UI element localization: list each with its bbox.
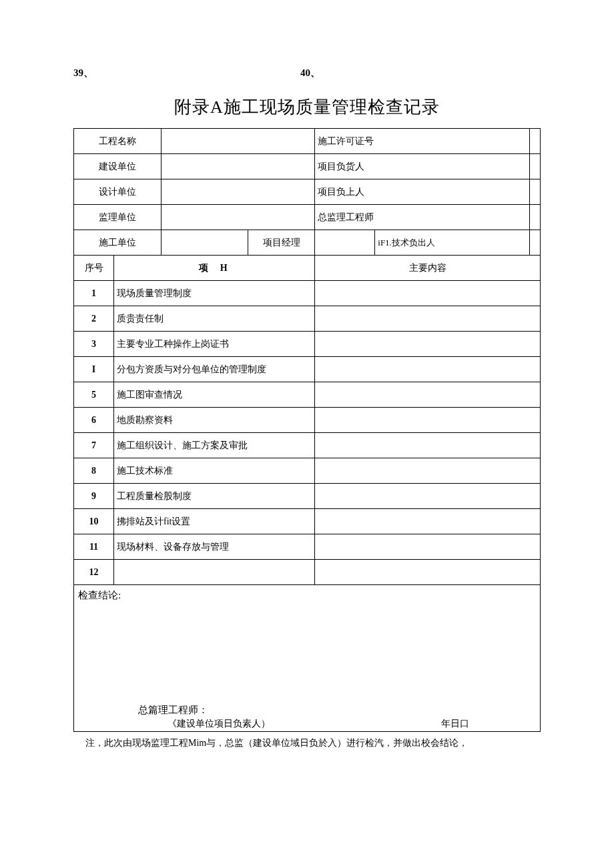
row-item: 拂排站及计fit设置 — [114, 509, 315, 534]
label-construct-unit: 施工单位 — [74, 230, 162, 256]
row-seq: 12 — [74, 560, 114, 585]
label-project-lead: 项目负上人 — [315, 179, 530, 205]
value-tech-lead — [529, 230, 540, 256]
footnote: 注，此次由现场监理工程Mim与，总监（建设单位域日负於入）进行检汽，并做出校会结… — [73, 737, 541, 749]
value-build-unit — [162, 154, 315, 179]
col-content: 主要内容 — [315, 256, 541, 281]
label-tech-lead: iF1.技术负出人 — [375, 230, 530, 256]
row-seq: 6 — [74, 408, 114, 433]
row-content — [315, 306, 541, 332]
label-supervise-unit: 监理单位 — [74, 205, 162, 230]
header-row-1: 工程名称 施工许可证号 — [74, 129, 541, 154]
top-page-numbers: 39、 40、 — [73, 67, 541, 79]
row-content — [315, 458, 541, 484]
row-content — [315, 509, 541, 534]
table-row: 3 主要专业工种操作上岗证书 — [74, 332, 541, 357]
conclusion-row: 检查结论: 总篇理工程师： 《建设单位项日负素人） 年日口 — [74, 585, 541, 732]
table-row: 9 工程质量检股制度 — [74, 484, 541, 509]
header-row-5: 施工单位 项目经理 iF1.技术负出人 — [74, 230, 541, 256]
table-row: I 分包方资质与对分包单位的管理制度 — [74, 357, 541, 382]
label-project-name: 工程名称 — [74, 129, 162, 154]
label-project-owner: 项目负货人 — [315, 154, 530, 179]
row-seq: 1 — [74, 281, 114, 306]
row-seq: 3 — [74, 332, 114, 357]
header-row-2: 建设单位 项目负货人 — [74, 154, 541, 179]
row-content — [315, 534, 541, 560]
row-content — [315, 382, 541, 408]
row-item: 主要专业工种操作上岗证书 — [114, 332, 315, 357]
row-item: 地质勘察资料 — [114, 408, 315, 433]
value-design-unit — [162, 179, 315, 205]
row-content — [315, 484, 541, 509]
row-item: 施工技术标准 — [114, 458, 315, 484]
document-title: 附录A施工现场质量管理检查记录 — [73, 95, 541, 119]
row-content — [315, 408, 541, 433]
label-permit-no: 施工许可证号 — [315, 129, 530, 154]
footnote-text: 注，此次由现场监理工程Mim与，总监（建设单位域日负於入）进行检汽，并做出校会结… — [85, 738, 468, 748]
table-row: 6 地质勘察资料 — [74, 408, 541, 433]
page-num-left: 39、 — [73, 67, 300, 79]
value-chief-engineer — [529, 205, 540, 230]
row-seq: 8 — [74, 458, 114, 484]
conclusion-label: 检查结论: — [78, 589, 536, 602]
column-header-row: 序号 项H 主要内容 — [74, 256, 541, 281]
row-seq: I — [74, 357, 114, 382]
table-row: 12 — [74, 560, 541, 585]
row-seq: 9 — [74, 484, 114, 509]
page-num-right: 40、 — [300, 67, 320, 79]
conclusion-date-line: 年日口 — [441, 718, 469, 730]
row-seq: 5 — [74, 382, 114, 408]
row-item: 施工图审查情况 — [114, 382, 315, 408]
value-supervise-unit — [162, 205, 315, 230]
inspection-table: 工程名称 施工许可证号 建设单位 项目负货人 设计单位 项目负上人 监理单位 总… — [73, 128, 541, 732]
row-seq: 10 — [74, 509, 114, 534]
row-content — [315, 281, 541, 306]
table-row: 1 现场质量管理制度 — [74, 281, 541, 306]
header-row-4: 监理单位 总监理工程师 — [74, 205, 541, 230]
col-item: 项H — [114, 256, 315, 281]
row-content — [315, 433, 541, 458]
value-project-lead — [529, 179, 540, 205]
value-construct-unit — [162, 230, 248, 256]
table-row: 10 拂排站及计fit设置 — [74, 509, 541, 534]
table-row: 11 现场材料、设备存放与管理 — [74, 534, 541, 560]
table-row: 8 施工技术标准 — [74, 458, 541, 484]
conclusion-sign-line: 总篇理工程师： — [138, 704, 208, 717]
label-design-unit: 设计单位 — [74, 179, 162, 205]
row-content — [315, 560, 541, 585]
col-seq: 序号 — [74, 256, 114, 281]
value-permit-no — [529, 129, 540, 154]
header-row-3: 设计单位 项目负上人 — [74, 179, 541, 205]
row-seq: 2 — [74, 306, 114, 332]
row-content — [315, 357, 541, 382]
label-chief-engineer: 总监理工程师 — [315, 205, 530, 230]
row-item: 质贵责任制 — [114, 306, 315, 332]
row-item: 分包方资质与对分包单位的管理制度 — [114, 357, 315, 382]
value-project-name — [162, 129, 315, 154]
row-content — [315, 332, 541, 357]
label-build-unit: 建设单位 — [74, 154, 162, 179]
value-project-manager — [315, 230, 375, 256]
row-item — [114, 560, 315, 585]
row-item: 现场材料、设备存放与管理 — [114, 534, 315, 560]
conclusion-sub-line: 《建设单位项日负素人） — [168, 718, 270, 730]
label-project-manager: 项目经理 — [248, 230, 315, 256]
row-seq: 11 — [74, 534, 114, 560]
conclusion-cell: 检查结论: 总篇理工程师： 《建设单位项日负素人） 年日口 — [74, 585, 541, 732]
table-row: 7 施工组织设计、施工方案及审批 — [74, 433, 541, 458]
row-item: 工程质量检股制度 — [114, 484, 315, 509]
row-item: 施工组织设计、施工方案及审批 — [114, 433, 315, 458]
row-item: 现场质量管理制度 — [114, 281, 315, 306]
table-row: 5 施工图审查情况 — [74, 382, 541, 408]
table-row: 2 质贵责任制 — [74, 306, 541, 332]
row-seq: 7 — [74, 433, 114, 458]
value-project-owner — [529, 154, 540, 179]
